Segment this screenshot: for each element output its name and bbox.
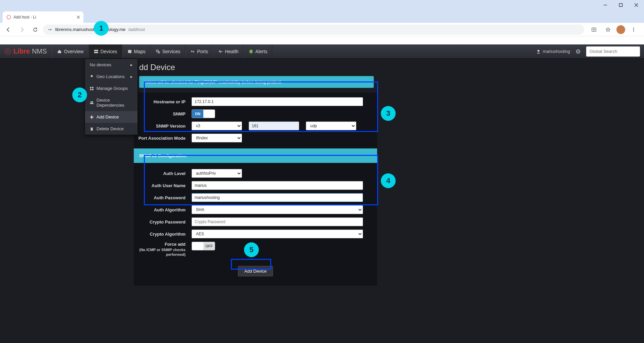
snmp-transport-select[interactable]: udp [306,122,356,130]
nav-services[interactable]: Services [151,44,186,58]
brand-logo-icon [4,48,11,55]
grid-icon [90,87,94,91]
address-host: librenms.mariushosting.synology.me [55,27,125,32]
nav-maps-label: Maps [134,49,146,54]
global-search-input[interactable] [586,46,640,57]
svg-rect-21 [251,52,251,53]
hostname-input[interactable] [192,97,363,106]
brand-text-nms: NMS [32,47,47,55]
address-path: /addhost [128,27,145,32]
auth-pass-input[interactable] [192,193,363,202]
svg-rect-25 [90,87,91,88]
nav-ports[interactable]: Ports [185,44,213,58]
auth-level-select[interactable]: authNoPriv [192,169,242,178]
brand-text-libre: Libre [13,47,30,55]
info-banner: evices will be checked for Ping/SNMP rea… [139,76,374,88]
dd-device-deps-label: Device Dependencies [96,98,133,108]
dd-delete-device-label: Delete Device [96,126,124,131]
snmp-version-select[interactable]: v3 [192,122,242,130]
crypto-pass-label: Crypto Password [138,219,192,225]
alert-icon [249,49,253,54]
browser-menu-icon[interactable] [628,24,639,35]
dd-no-devices-label: No devices [90,62,111,67]
add-device-button[interactable]: Add Device [238,266,273,276]
crypto-algo-label: Crypto Algorithm [138,232,192,237]
nav-reload-icon[interactable] [30,24,41,35]
user-menu[interactable]: mariushosting [536,49,570,54]
force-add-toggle[interactable]: OFF [192,242,215,250]
app-container: LibreNMS Overview Devices Maps Services … [0,44,644,343]
svg-rect-15 [94,50,98,51]
snmp-port-input[interactable] [249,122,299,130]
nav-services-label: Services [162,49,180,54]
trash-icon [90,127,94,131]
nav-back-icon[interactable] [3,24,14,35]
snmp-label: SNMP [138,111,192,116]
svg-rect-8 [50,29,52,30]
nav-maps[interactable]: Maps [122,44,151,58]
address-bar[interactable]: librenms.mariushosting.synology.me/addho… [43,25,584,35]
svg-point-4 [7,15,11,19]
callout-4: 4 [381,173,396,188]
tab-close-icon[interactable] [77,15,80,19]
crypto-pass-input[interactable] [192,217,363,226]
form-panel: Hostname or IP SNMP ON SNMP Version v3 [134,93,377,286]
svg-rect-28 [92,89,93,90]
window-close-icon[interactable] [629,0,644,10]
nav-alerts[interactable]: Alerts [244,44,273,58]
svg-rect-32 [91,128,93,131]
app-brand[interactable]: LibreNMS [0,44,52,58]
svg-rect-27 [90,89,91,90]
port-assoc-select[interactable]: ifIndex [192,134,242,142]
force-add-sublabel: (No ICMP or SNMP checks performed) [138,247,186,257]
nav-devices-label: Devices [100,49,117,54]
auth-user-label: Auth User Name [138,183,192,188]
nav-devices[interactable]: Devices [89,44,122,58]
link-icon [190,49,195,54]
site-info-icon[interactable] [47,27,52,32]
svg-point-7 [48,29,49,30]
dd-geo-locations[interactable]: Geo Locations ▸ [85,71,137,82]
dd-no-devices[interactable]: No devices ▸ [85,59,137,71]
window-minimize-icon[interactable] [598,0,613,10]
dd-device-deps[interactable]: Device Dependencies [85,94,137,111]
dd-add-device[interactable]: Add Device [85,111,137,123]
nav-forward-icon[interactable] [16,24,28,35]
auth-user-input[interactable] [192,181,363,190]
user-name-label: mariushosting [543,49,570,54]
svg-point-22 [537,50,539,52]
svg-rect-33 [90,128,93,128]
crypto-algo-select[interactable]: AES [192,230,363,238]
user-icon [536,49,541,54]
dd-manage-groups-label: Manage Groups [96,86,128,91]
svg-point-11 [633,29,634,30]
window-maximize-icon[interactable] [613,0,629,10]
cogs-icon [156,49,160,54]
chevron-right-icon: ▸ [130,62,133,67]
nav-overview[interactable]: Overview [52,44,88,58]
tab-title: Add host - Li [13,15,36,20]
toggle-off-label: OFF [203,242,215,250]
auth-algo-select[interactable]: SHA [192,205,363,214]
dd-delete-device[interactable]: Delete Device [85,123,137,135]
bookmark-star-icon[interactable] [602,24,614,35]
profile-avatar[interactable] [616,25,625,34]
toggle-on-label: ON [192,110,203,118]
callout-3: 3 [381,106,396,121]
browser-tab[interactable]: Add host - Li [3,11,83,23]
dd-manage-groups[interactable]: Manage Groups [85,82,137,94]
users-icon [90,101,94,105]
snmp-version-label: SNMP Version [138,124,192,129]
install-app-icon[interactable] [588,24,600,35]
dd-add-device-label: Add Device [96,114,119,119]
os-titlebar [0,0,644,10]
settings-gear-icon[interactable] [575,49,581,54]
svg-rect-1 [619,4,622,7]
nav-ports-label: Ports [197,49,208,54]
plus-icon [90,115,94,119]
svg-rect-31 [90,103,93,104]
svg-point-18 [158,52,160,53]
snmp-toggle[interactable]: ON [192,109,215,118]
nav-health[interactable]: Health [213,44,243,58]
app-navbar: LibreNMS Overview Devices Maps Services … [0,44,644,59]
